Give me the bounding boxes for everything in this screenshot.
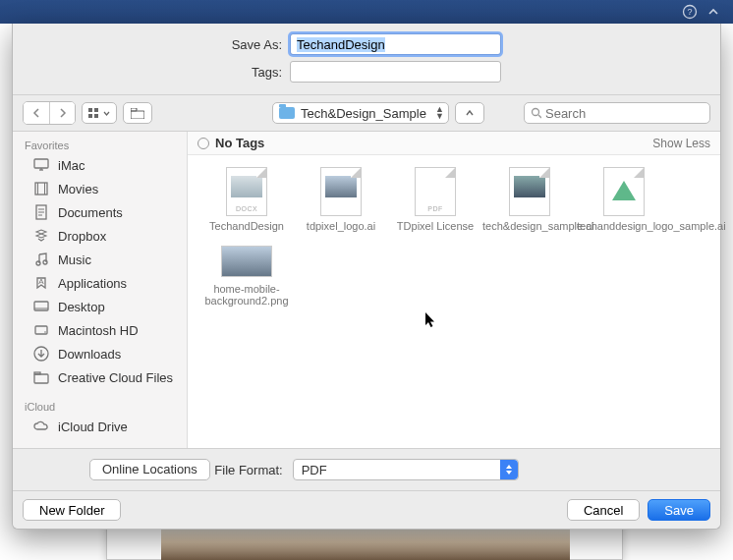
svg-rect-10 xyxy=(34,159,48,168)
svg-point-21 xyxy=(43,260,47,264)
file-item[interactable]: home-mobile-background2.png xyxy=(199,246,294,307)
new-folder-button[interactable]: New Folder xyxy=(23,499,121,521)
file-name: tdpixel_logo.ai xyxy=(294,220,388,232)
svg-point-27 xyxy=(44,331,46,333)
sidebar-item-label: Movies xyxy=(58,182,98,196)
svg-text:?: ? xyxy=(687,7,692,17)
svg-rect-3 xyxy=(94,108,98,112)
collapse-button[interactable] xyxy=(455,102,484,124)
sidebar-item-label: Macintosh HD xyxy=(58,323,139,338)
svg-rect-6 xyxy=(131,111,144,119)
sidebar-item-label: Documents xyxy=(58,205,123,220)
sidebar-item-label: iCloud Drive xyxy=(58,420,128,434)
file-format-select[interactable]: PDF xyxy=(293,459,519,480)
save-as-input[interactable] xyxy=(290,33,501,55)
app-title-bar: ? xyxy=(0,0,733,24)
sidebar-section-head: iCloud xyxy=(13,397,187,415)
no-tags-label: No Tags xyxy=(215,136,264,150)
path-folder-name: Tech&Design_Sample xyxy=(301,106,426,121)
sidebar-item-label: Desktop xyxy=(58,300,105,314)
file-item[interactable]: tech&design_sample.ai xyxy=(482,167,577,232)
file-format-value: PDF xyxy=(302,463,327,477)
save-button[interactable]: Save xyxy=(648,499,710,521)
svg-text:A: A xyxy=(38,277,44,286)
sidebar-item-label: Music xyxy=(58,252,91,267)
online-locations-button[interactable]: Online Locations xyxy=(89,459,210,480)
sidebar-item-desktop[interactable]: Desktop xyxy=(13,295,187,318)
svg-rect-13 xyxy=(35,183,47,195)
file-name: TechandDesign xyxy=(199,220,294,232)
tag-circle-icon[interactable] xyxy=(197,138,209,149)
sidebar-item-downloads[interactable]: Downloads xyxy=(13,342,187,365)
file-item[interactable]: PDFTDpixel License xyxy=(388,167,482,232)
sidebar-item-label: Downloads xyxy=(58,347,121,362)
sidebar: FavoritesiMacMoviesDocumentsDropboxMusic… xyxy=(13,132,188,448)
file-name: tech&design_sample.ai xyxy=(482,220,577,232)
svg-line-9 xyxy=(538,115,541,118)
file-grid: DOCXTechandDesigntdpixel_logo.aiPDFTDpix… xyxy=(188,155,720,448)
stepper-icon xyxy=(500,460,518,479)
svg-rect-30 xyxy=(34,372,40,374)
cursor-icon xyxy=(425,312,437,328)
file-item[interactable]: tdpixel_logo.ai xyxy=(294,167,388,232)
cancel-button[interactable]: Cancel xyxy=(567,499,640,521)
file-name: home-mobile-background2.png xyxy=(199,283,294,307)
svg-rect-4 xyxy=(88,114,92,118)
tags-input[interactable] xyxy=(290,61,501,83)
nav-back-button[interactable] xyxy=(24,102,49,124)
svg-rect-5 xyxy=(94,114,98,118)
file-name: techanddesign_logo_sample.ai xyxy=(577,220,671,232)
location-toolbar: Tech&Design_Sample ▲▼ xyxy=(13,94,720,132)
save-dialog: Save As: Tags: Tech&Design_Sample ▲▼ xyxy=(12,24,721,530)
sidebar-item-music[interactable]: Music xyxy=(13,248,187,271)
view-mode-button[interactable] xyxy=(82,102,117,124)
file-format-label: File Format: xyxy=(214,463,282,477)
sidebar-item-dropbox[interactable]: Dropbox xyxy=(13,224,187,248)
search-input[interactable] xyxy=(545,106,704,121)
sidebar-item-label: Applications xyxy=(58,276,127,291)
svg-point-8 xyxy=(533,109,539,116)
svg-rect-7 xyxy=(131,108,137,111)
svg-rect-24 xyxy=(34,302,48,310)
help-icon[interactable]: ? xyxy=(682,4,698,20)
search-field[interactable] xyxy=(524,102,710,124)
svg-rect-29 xyxy=(34,374,48,383)
nav-forward-button[interactable] xyxy=(49,102,75,124)
sidebar-item-label: Dropbox xyxy=(58,229,106,244)
sidebar-item-applications[interactable]: AApplications xyxy=(13,271,187,295)
path-dropdown[interactable]: Tech&Design_Sample ▲▼ xyxy=(272,102,449,124)
sidebar-section-head: Favorites xyxy=(13,136,187,153)
tags-label: Tags: xyxy=(25,65,290,80)
show-less-link[interactable]: Show Less xyxy=(652,137,710,150)
file-item[interactable]: techanddesign_logo_sample.ai xyxy=(577,167,671,232)
sidebar-item-icloud-drive[interactable]: iCloud Drive xyxy=(13,415,187,438)
svg-rect-26 xyxy=(35,326,47,334)
folder-icon xyxy=(279,107,295,119)
sidebar-item-label: Creative Cloud Files xyxy=(58,370,173,385)
sidebar-item-documents[interactable]: Documents xyxy=(13,200,187,224)
sidebar-item-macintosh-hd[interactable]: Macintosh HD xyxy=(13,318,187,342)
svg-rect-2 xyxy=(88,108,92,112)
file-item[interactable]: DOCXTechandDesign xyxy=(199,167,294,232)
sidebar-item-imac[interactable]: iMac xyxy=(13,153,187,177)
sidebar-item-creative-cloud-files[interactable]: Creative Cloud Files xyxy=(13,365,187,389)
save-as-label: Save As: xyxy=(25,37,290,52)
file-name: TDpixel License xyxy=(388,220,482,232)
group-button[interactable] xyxy=(123,102,152,124)
sidebar-item-movies[interactable]: Movies xyxy=(13,177,187,200)
sidebar-item-label: iMac xyxy=(58,158,85,173)
search-icon xyxy=(531,107,541,119)
chevron-up-icon[interactable] xyxy=(707,6,719,18)
